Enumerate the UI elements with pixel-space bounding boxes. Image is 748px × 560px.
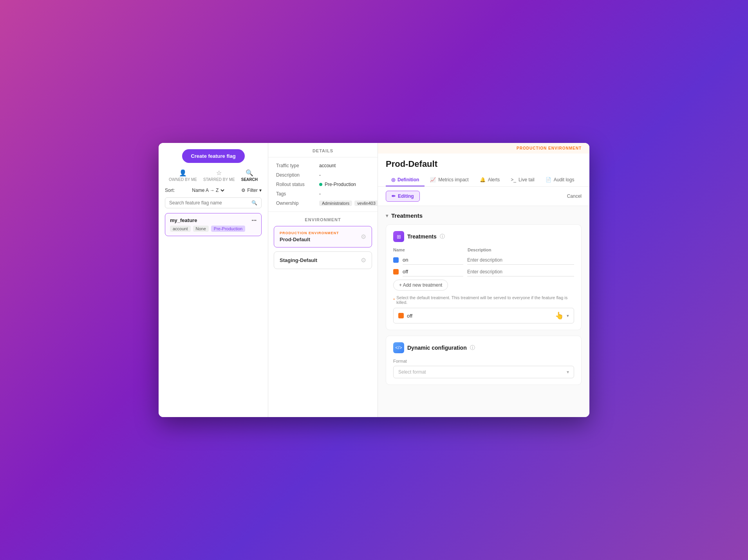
default-select-text: off [407, 313, 549, 319]
tab-live-tail[interactable]: >_ Live tail [505, 174, 540, 186]
detail-row-desc: Description - [276, 172, 370, 178]
star-icon: ☆ [216, 169, 222, 177]
tabs-row: ◎ Definition 📈 Metrics impact 🔔 Alerts >… [386, 174, 582, 186]
editing-button[interactable]: ✏ Editing [386, 191, 420, 202]
dynamic-config-card: </> Dynamic configuration ⓘ Format Selec… [386, 336, 582, 385]
search-nav-icon: 🔍 [246, 169, 253, 177]
sort-select[interactable]: Name A → Z [190, 187, 226, 193]
dynamic-config-label: Dynamic configuration [407, 345, 467, 351]
app-window: Create feature flag 👤 OWNED BY ME ☆ STAR… [159, 143, 589, 417]
treatment-row-on [393, 255, 574, 265]
prod-env-banner: PRODUCTION ENVIRONMENT [378, 143, 589, 154]
detail-row-rollout: Rollout status Pre-Production [276, 182, 370, 187]
treatment-name-off-input[interactable] [403, 267, 463, 276]
tab-definition[interactable]: ◎ Definition [386, 174, 425, 186]
sort-label: Sort: [165, 188, 175, 193]
cancel-button[interactable]: Cancel [567, 193, 582, 199]
sidebar-item-starred[interactable]: ☆ STARRED BY ME [203, 169, 235, 182]
treatment-color-off [393, 269, 399, 275]
default-treatment-note: * Select the default treatment. This tre… [393, 295, 574, 305]
metrics-icon: 📈 [430, 177, 436, 182]
chevron-down-icon: ▾ [259, 188, 262, 193]
env-settings-icon: ⚙ [361, 233, 366, 240]
env-item-staging[interactable]: Staging-Default ⚙ [274, 251, 372, 269]
owner-badge-admin: Administrators [319, 201, 352, 206]
format-select[interactable]: Select format ▾ [393, 366, 574, 378]
sidebar-item-owned[interactable]: 👤 OWNED BY ME [169, 169, 197, 182]
prod-env-label: PRODUCTION ENVIRONMENT [280, 231, 339, 235]
sidebar-item-search[interactable]: 🔍 SEARCH [241, 169, 258, 182]
filter-icon: ⚙ [241, 188, 246, 193]
sidebar: Create feature flag 👤 OWNED BY ME ☆ STAR… [159, 143, 268, 417]
sort-row: Sort: Name A → Z ⚙ Filter ▾ [165, 187, 262, 193]
env-settings-icon-2: ⚙ [361, 257, 366, 264]
treatments-section-header[interactable]: ▾ Treatments [386, 212, 582, 219]
audit-logs-icon: 📄 [546, 177, 551, 182]
treatments-section-title: Treatments [391, 212, 423, 219]
default-select-color-swatch [398, 313, 404, 318]
nav-tabs: 👤 OWNED BY ME ☆ STARRED BY ME 🔍 SEARCH [165, 169, 262, 182]
add-treatment-button[interactable]: + Add new treatment [393, 280, 448, 291]
edit-icon: ✏ [392, 193, 396, 199]
treatment-name-on-input[interactable] [403, 255, 463, 265]
right-content: ▾ Treatments ⊞ Treatments ⓘ Name Descrip… [378, 206, 589, 417]
info-icon: ⓘ [440, 233, 445, 240]
flag-tags: account None Pre-Production [170, 226, 257, 232]
dynamic-config-icon: </> [393, 342, 404, 353]
definition-icon: ◎ [391, 177, 395, 182]
flag-tag-account: account [170, 226, 191, 232]
format-label: Format [393, 359, 574, 363]
owner-badge-user: vevlin403 [354, 201, 378, 206]
treatments-icon: ⊞ [393, 231, 404, 242]
flag-item[interactable]: my_feature ⋯ account None Pre-Production [165, 213, 262, 236]
cursor-icon: 👆 [555, 311, 564, 320]
treatments-card: ⊞ Treatments ⓘ Name Description [386, 224, 582, 330]
live-tail-icon: >_ [511, 177, 516, 182]
format-select-placeholder: Select format [398, 369, 426, 375]
treatments-label: Treatments [407, 233, 437, 240]
details-section-title: DETAILS [268, 143, 378, 157]
tab-metrics-impact[interactable]: 📈 Metrics impact [425, 174, 474, 186]
dynamic-config-header: </> Dynamic configuration ⓘ [393, 342, 574, 353]
middle-panel: DETAILS Traffic type account Description… [268, 143, 378, 417]
search-input[interactable] [169, 200, 251, 206]
details-grid: Traffic type account Description - Rollo… [268, 157, 378, 212]
env-name-staging: Staging-Default [280, 257, 317, 263]
treatment-desc-off-input[interactable] [467, 267, 574, 276]
alerts-icon: 🔔 [480, 177, 486, 182]
chevron-down-icon: ▾ [386, 213, 388, 219]
asterisk-icon: * [393, 298, 395, 302]
right-panel: PRODUCTION ENVIRONMENT Prod-Default ◎ De… [378, 143, 589, 417]
treatments-cols: Name Description [393, 247, 574, 252]
treatment-desc-on-input[interactable] [467, 256, 574, 265]
format-chevron-icon: ▾ [567, 369, 569, 375]
flag-tag-status: Pre-Production [211, 226, 245, 232]
dynamic-config-info-icon: ⓘ [470, 344, 475, 351]
flag-name: my_feature ⋯ [170, 217, 257, 223]
search-bar: 🔍 [165, 197, 262, 208]
chevron-down-select-icon: ▾ [567, 313, 569, 318]
page-title: Prod-Default [386, 159, 582, 169]
treatment-color-on [393, 257, 399, 263]
search-icon: 🔍 [251, 200, 257, 206]
right-header: Prod-Default ◎ Definition 📈 Metrics impa… [378, 154, 589, 187]
detail-row-ownership: Ownership Administrators vevlin403 [276, 201, 370, 206]
flag-tag-none: None [193, 226, 209, 232]
status-dot [319, 183, 322, 186]
tab-alerts[interactable]: 🔔 Alerts [474, 174, 506, 186]
env-item-prod[interactable]: PRODUCTION ENVIRONMENT Prod-Default ⚙ [274, 226, 372, 247]
person-icon: 👤 [179, 169, 187, 177]
editing-bar: ✏ Editing Cancel [378, 187, 589, 206]
create-feature-flag-button[interactable]: Create feature flag [182, 149, 245, 163]
detail-row-tags: Tags - [276, 191, 370, 197]
env-section-title: ENVIRONMENT [268, 212, 378, 226]
detail-row-traffic: Traffic type account [276, 163, 370, 168]
tab-audit-logs[interactable]: 📄 Audit logs [540, 174, 580, 186]
filter-button[interactable]: ⚙ Filter ▾ [241, 188, 262, 193]
flag-menu-icon[interactable]: ⋯ [251, 217, 257, 223]
env-name-prod: Prod-Default [280, 237, 339, 242]
treatment-row-off [393, 267, 574, 276]
default-treatment-select[interactable]: off 👆 ▾ [393, 308, 574, 323]
treatments-card-header: ⊞ Treatments ⓘ [393, 231, 574, 242]
